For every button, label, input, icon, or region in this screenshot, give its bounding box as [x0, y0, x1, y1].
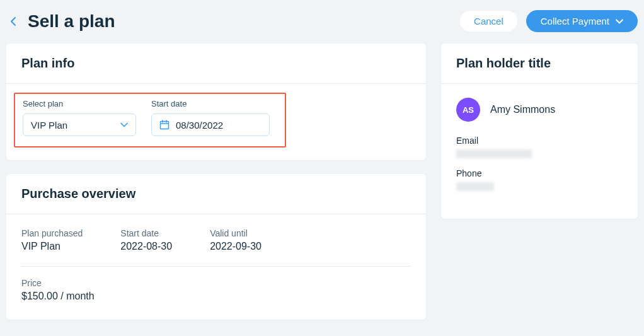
avatar: AS [456, 98, 480, 122]
purchase-overview-title: Purchase overview [21, 187, 411, 201]
collect-payment-label: Collect Payment [541, 16, 609, 26]
valid-until-value: 2022-09-30 [210, 241, 262, 252]
start-date-ov-label: Start date [120, 228, 172, 238]
email-label: Email [456, 136, 623, 146]
calendar-icon [159, 120, 170, 130]
page-header: Sell a plan Cancel Collect Payment [6, 6, 638, 43]
price-label: Price [21, 278, 411, 288]
price-value: $150.00 / month [21, 291, 411, 302]
chevron-down-icon [120, 122, 128, 127]
select-plan-label: Select plan [23, 99, 136, 108]
plan-info-title: Plan info [21, 56, 411, 71]
phone-value-redacted [456, 182, 494, 191]
cancel-button-label: Cancel [474, 16, 503, 26]
cancel-button[interactable]: Cancel [460, 11, 517, 32]
plan-holder-title: Plan holder title [456, 56, 623, 71]
plan-info-highlight: Select plan VIP Plan Start date [14, 93, 286, 148]
start-date-value: 08/30/2022 [176, 120, 223, 130]
svg-rect-0 [161, 122, 169, 129]
purchase-overview-card: Purchase overview Plan purchased VIP Pla… [6, 174, 426, 320]
holder-name: Amy Simmons [490, 104, 555, 115]
divider [21, 266, 411, 267]
start-date-input[interactable]: 08/30/2022 [151, 113, 270, 136]
page-title: Sell a plan [28, 11, 115, 32]
start-date-ov-value: 2022-08-30 [120, 241, 172, 252]
start-date-label: Start date [151, 99, 270, 108]
chevron-down-icon [616, 19, 623, 24]
plan-purchased-label: Plan purchased [21, 228, 83, 238]
plan-info-card: Plan info Select plan VIP Plan [6, 43, 426, 160]
plan-purchased-value: VIP Plan [21, 241, 83, 252]
email-value-redacted [456, 149, 532, 158]
chevron-left-icon [10, 16, 16, 26]
select-plan-value: VIP Plan [31, 120, 67, 130]
avatar-initials: AS [463, 105, 474, 115]
phone-label: Phone [456, 168, 623, 178]
valid-until-label: Valid until [210, 228, 262, 238]
select-plan-dropdown[interactable]: VIP Plan [23, 113, 136, 136]
plan-holder-card: Plan holder title AS Amy Simmons Email [441, 43, 638, 219]
back-button[interactable] [6, 14, 20, 28]
collect-payment-button[interactable]: Collect Payment [526, 10, 638, 32]
